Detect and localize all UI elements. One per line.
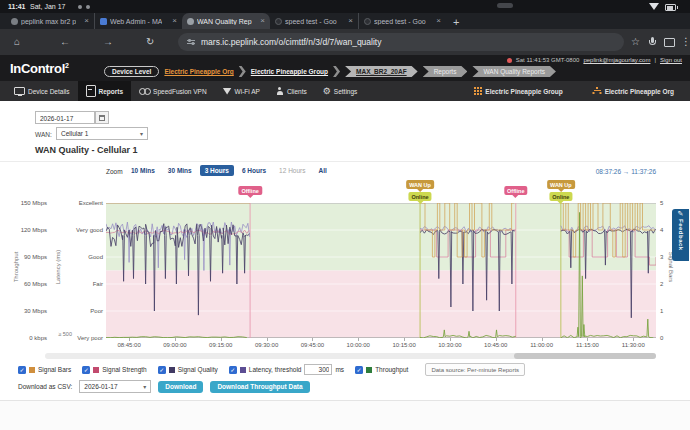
- address-bar[interactable]: mars.ic.peplink.com/o/cimttf/n/3/d/7/wan…: [178, 33, 624, 51]
- download-csv-label: Download as CSV:: [18, 383, 72, 390]
- chevron-down-icon: ▾: [143, 381, 146, 393]
- back-icon[interactable]: ←: [60, 36, 70, 48]
- nav-item-settings[interactable]: ⚙Settings: [315, 81, 366, 101]
- online-badge: Online: [408, 192, 431, 201]
- report-date-input[interactable]: 2026-01-17: [35, 111, 95, 124]
- csv-date-select[interactable]: 2026-01-17 ▾: [79, 380, 151, 393]
- latency-threshold-input[interactable]: [304, 364, 332, 375]
- tab-title: Web Admin - MA: [110, 18, 162, 25]
- account-email-link[interactable]: peplink@mjagourlay.com: [583, 57, 650, 63]
- nav-item-speedfusion-vpn[interactable]: SpeedFusion VPN: [131, 81, 214, 101]
- x-axis-tick: [267, 338, 268, 341]
- tab-title: WAN Quality Rep: [197, 18, 252, 25]
- close-icon[interactable]: ×: [436, 17, 441, 25]
- close-icon[interactable]: ×: [348, 17, 353, 25]
- close-icon[interactable]: ×: [172, 17, 177, 25]
- tab-title: speed test - Goo: [285, 18, 337, 25]
- reload-icon[interactable]: ↻: [146, 36, 154, 48]
- breadcrumb-group-link[interactable]: Electric Pineapple Group: [251, 68, 328, 75]
- signal-bars-tick-label: 0: [660, 335, 672, 342]
- throughput-tick-label: 0 kbps: [5, 335, 47, 342]
- feedback-label: Feedback: [678, 219, 684, 251]
- nav-item-label: Settings: [334, 88, 358, 95]
- x-axis-tick: [496, 338, 497, 341]
- install-app-icon[interactable]: [664, 38, 675, 47]
- zoom-button-3-hours[interactable]: 3 Hours: [200, 165, 234, 176]
- zoom-buttons: 10 Mins30 Mins3 Hours6 Hours12 HoursAll: [126, 165, 332, 176]
- chart-scrollbar-thumb[interactable]: [514, 353, 656, 359]
- checkbox-checked-icon[interactable]: ✓: [355, 366, 363, 374]
- legend-label: Signal Bars: [38, 366, 71, 373]
- nav-items: Device DetailsReportsSpeedFusion VPNWi-F…: [6, 81, 365, 101]
- wan-quality-chart: [106, 203, 656, 338]
- close-icon[interactable]: ×: [260, 17, 265, 25]
- checkbox-checked-icon[interactable]: ✓: [82, 366, 90, 374]
- checkbox-checked-icon[interactable]: ✓: [229, 366, 237, 374]
- close-icon[interactable]: ×: [84, 17, 89, 25]
- download-throughput-button[interactable]: Download Throughput Data: [210, 381, 309, 393]
- range-arrow-icon: →: [623, 168, 630, 175]
- nav-item-reports[interactable]: Reports: [78, 81, 132, 101]
- latency-axis-title: Latency (ms): [55, 237, 63, 297]
- alert-icon: [507, 58, 512, 63]
- home-icon[interactable]: ⌂: [14, 36, 20, 48]
- csv-date-value: 2026-01-17: [84, 381, 117, 393]
- x-axis-label: 11:15:00: [565, 342, 609, 348]
- forward-icon[interactable]: →: [103, 36, 113, 48]
- browser-tab[interactable]: peplink max br2 p×: [6, 13, 94, 29]
- offline-badge: Offline: [504, 186, 527, 195]
- legend-label: Signal Strength: [102, 366, 146, 373]
- device-nav-bar: Device DetailsReportsSpeedFusion VPNWi-F…: [0, 81, 690, 101]
- nav-item-device-details[interactable]: Device Details: [6, 81, 78, 101]
- browser-menu-icon[interactable]: ⋮: [681, 36, 690, 48]
- browser-tab[interactable]: speed test - Goo×: [358, 13, 446, 29]
- x-axis-label: 10:30:00: [428, 342, 472, 348]
- x-axis-label: 09:00:00: [153, 342, 197, 348]
- new-tab-button[interactable]: +: [453, 15, 459, 29]
- x-axis-label: 09:30:00: [245, 342, 289, 348]
- x-axis-label: 10:00:00: [336, 342, 380, 348]
- session-info: Sat 11:41:53 GMT-0800 peplink@mjagourlay…: [507, 57, 682, 63]
- site-info-icon[interactable]: [187, 39, 195, 45]
- browser-tab[interactable]: Web Admin - MA×: [94, 13, 182, 29]
- bookmark-star-icon[interactable]: ☆: [631, 36, 640, 48]
- signal-bars-tick-label: 1: [660, 308, 672, 315]
- microphone-icon[interactable]: [651, 37, 654, 43]
- zoom-button-6-hours[interactable]: 6 Hours: [237, 165, 271, 176]
- url-text[interactable]: mars.ic.peplink.com/o/cimttf/n/3/d/7/wan…: [201, 33, 381, 51]
- calendar-button[interactable]: [95, 111, 109, 124]
- status-bar: 11:41 Sat, Jan 17: [0, 0, 690, 13]
- wan-select[interactable]: Cellular 1 ▾: [56, 127, 148, 140]
- breadcrumb-reports[interactable]: Reports: [423, 66, 468, 77]
- nav-item-electric-pineapple-org[interactable]: Electric Pineapple Org: [585, 81, 682, 101]
- checkbox-checked-icon[interactable]: ✓: [18, 366, 26, 374]
- wan-up-badge: WAN Up: [406, 180, 434, 189]
- breadcrumb-org-link[interactable]: Electric Pineapple Org: [164, 68, 233, 75]
- feedback-button[interactable]: ✎ Feedback: [672, 209, 689, 261]
- nav-item-clients[interactable]: Clients: [268, 81, 315, 101]
- breadcrumb-device-link[interactable]: MAX_BR2_20AF: [345, 66, 418, 77]
- x-axis-tick: [404, 338, 405, 341]
- chart-legend: ✓Signal Bars✓Signal Strength✓Signal Qual…: [18, 363, 525, 376]
- x-axis-label: 09:45:00: [290, 342, 334, 348]
- tab-title: speed test - Goo: [374, 18, 426, 25]
- data-source-button[interactable]: Data source: Per-minute Reports: [425, 363, 525, 376]
- zoom-button-all[interactable]: All: [313, 165, 331, 176]
- zoom-button-30-mins[interactable]: 30 Mins: [163, 165, 197, 176]
- nav-item-label: Reports: [99, 88, 124, 95]
- sign-out-link[interactable]: Sign out: [660, 57, 682, 63]
- chart-scrollbar-track[interactable]: [45, 353, 656, 359]
- checkbox-checked-icon[interactable]: ✓: [158, 366, 166, 374]
- zoom-button-10-mins[interactable]: 10 Mins: [126, 165, 160, 176]
- legend-color-swatch: [29, 367, 35, 373]
- nav-item-label: Electric Pineapple Org: [605, 88, 674, 95]
- incontrol-favicon-icon: [187, 18, 194, 25]
- nav-item-wi-fi-ap[interactable]: Wi-Fi AP: [215, 81, 268, 101]
- breadcrumb-device-level[interactable]: Device Level: [104, 66, 159, 77]
- speedtest-favicon-icon: [275, 18, 282, 25]
- online-badge: Online: [549, 192, 572, 201]
- browser-tab[interactable]: WAN Quality Rep×: [182, 13, 270, 29]
- download-button[interactable]: Download: [158, 381, 203, 393]
- browser-tab[interactable]: speed test - Goo×: [270, 13, 358, 29]
- nav-item-electric-pineapple-group[interactable]: Electric Pineapple Group: [466, 81, 570, 101]
